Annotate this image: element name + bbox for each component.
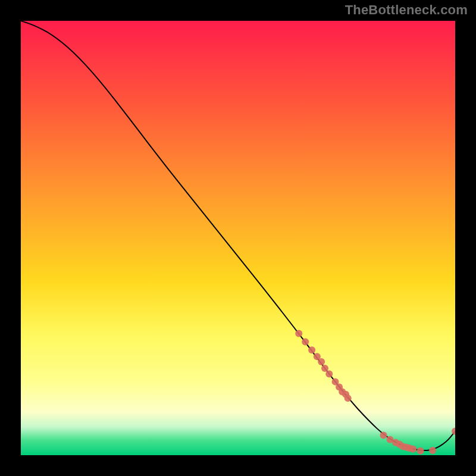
data-marker [345,394,352,402]
data-marker [308,346,315,353]
plot-area [21,21,455,455]
data-marker [409,446,416,453]
plot-svg [21,21,455,455]
data-marker [321,365,328,372]
data-marker [318,358,325,365]
data-marker [429,447,436,454]
gradient-background [21,21,455,455]
data-marker [302,338,309,345]
watermark-text: TheBottleneck.com [345,2,468,18]
data-marker [380,431,387,439]
data-marker [295,330,302,337]
data-marker [417,447,424,455]
data-marker [325,370,333,377]
chart-stage: TheBottleneck.com [0,0,476,476]
